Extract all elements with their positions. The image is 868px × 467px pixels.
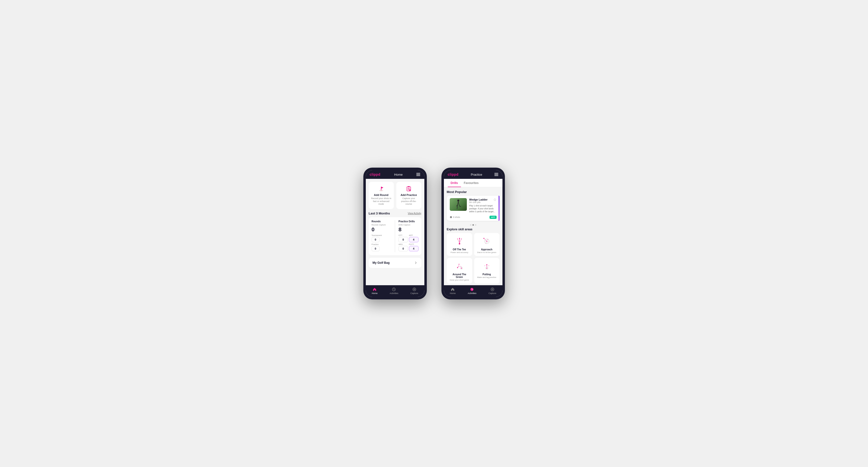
golfer-silhouette bbox=[455, 199, 462, 210]
drills-capture-label: Drills Capture bbox=[399, 224, 418, 226]
bottom-nav-practice: Home Activities Capture bbox=[444, 285, 502, 297]
app-box: 4 bbox=[409, 237, 418, 242]
svg-point-14 bbox=[450, 216, 452, 218]
arg-box: 0 bbox=[399, 246, 408, 251]
nav-capture2[interactable]: Capture bbox=[489, 287, 496, 294]
svg-line-18 bbox=[460, 239, 461, 243]
add-round-card[interactable]: Add Round Record your shots in fast or e… bbox=[369, 182, 394, 209]
stats-section-header: Last 3 Months View Activity bbox=[369, 212, 422, 215]
svg-point-20 bbox=[459, 238, 460, 239]
nav-activities-label: Activities bbox=[390, 292, 399, 294]
approach-desc: Dial-in to hit the green bbox=[477, 251, 496, 253]
skill-putting[interactable]: Putting Make and lag practice bbox=[474, 258, 499, 283]
drill-image bbox=[450, 198, 467, 211]
tab-drills[interactable]: Drills bbox=[448, 179, 461, 187]
ott-group: OTT 0 bbox=[399, 234, 408, 242]
drills-main-value: 8 bbox=[399, 226, 418, 233]
svg-point-37 bbox=[485, 265, 485, 266]
logo2: clippd bbox=[448, 173, 459, 177]
app-group: APP 4 bbox=[409, 234, 418, 242]
tournament-box: 0 bbox=[372, 237, 379, 242]
capture-icon2 bbox=[490, 287, 495, 291]
nav-capture2-label: Capture bbox=[489, 292, 496, 294]
practice-box: 0 bbox=[372, 246, 379, 251]
top-bar-practice: clippd Practice bbox=[444, 170, 502, 179]
stats-grid: Rounds Rounds Capture 0 Tournament 0 Pra… bbox=[372, 220, 418, 252]
putting-name: Putting bbox=[483, 273, 491, 276]
menu-button2[interactable] bbox=[494, 173, 498, 176]
dot-3 bbox=[475, 224, 476, 226]
putting-desc: Make and lag practice bbox=[477, 276, 496, 278]
view-activity-link[interactable]: View Activity bbox=[408, 212, 421, 215]
ott-value: 0 bbox=[401, 238, 406, 241]
nav-home2-label: Home bbox=[450, 292, 456, 294]
nav-activities2-label: Activities bbox=[468, 292, 476, 294]
putt-group: PUTT 4 bbox=[409, 243, 418, 251]
drill-info: Wedge Ladder 50–100 yds Play 1 shot at e… bbox=[469, 198, 497, 213]
drill-yardage: 50–100 yds bbox=[469, 201, 488, 204]
dot-2 bbox=[472, 224, 474, 226]
stats-card: Rounds Rounds Capture 0 Tournament 0 Pra… bbox=[369, 217, 422, 255]
add-practice-card[interactable]: Add Practice Capture your practice off-t… bbox=[396, 182, 422, 209]
off-tee-icon bbox=[454, 236, 465, 247]
drill-name: Wedge Ladder 50–100 yds bbox=[469, 198, 488, 205]
shots-count: 9 shots bbox=[453, 216, 460, 218]
svg-line-16 bbox=[458, 239, 460, 243]
nav-activities[interactable]: Activities bbox=[390, 287, 399, 294]
skill-off-tee[interactable]: Off The Tee Power and accuracy bbox=[447, 233, 472, 256]
action-cards-row: Add Round Record your shots in fast or e… bbox=[369, 182, 422, 209]
top-bar-home: clippd Home bbox=[366, 170, 424, 179]
nav-home2[interactable]: Home bbox=[450, 287, 456, 294]
svg-rect-1 bbox=[381, 187, 381, 190]
menu-button[interactable] bbox=[416, 173, 420, 176]
nav-activities2[interactable]: Activities bbox=[468, 287, 476, 294]
bottom-nav-home: Home Activities Capture bbox=[366, 285, 424, 297]
practice-value: 0 bbox=[374, 247, 377, 250]
add-round-title: Add Round bbox=[374, 193, 388, 196]
drills-title: Practice Drills bbox=[399, 220, 418, 223]
svg-point-27 bbox=[487, 239, 488, 240]
nav-home[interactable]: Home bbox=[372, 287, 377, 294]
rounds-title: Rounds bbox=[372, 220, 392, 223]
most-popular-title: Most Popular bbox=[447, 190, 499, 194]
svg-point-28 bbox=[485, 243, 486, 244]
phone-home: clippd Home Add Round Record your shots … bbox=[363, 167, 427, 300]
skill-atg[interactable]: Around The Green Hone your short game bbox=[447, 258, 472, 283]
svg-point-34 bbox=[486, 268, 487, 269]
svg-point-13 bbox=[457, 199, 459, 201]
add-practice-title: Add Practice bbox=[400, 193, 417, 196]
explore-title: Explore skill areas bbox=[447, 228, 499, 231]
drill-thumbnail bbox=[450, 198, 467, 211]
featured-drill-card[interactable]: Wedge Ladder 50–100 yds Play 1 shot at e… bbox=[447, 196, 499, 221]
app-label: APP bbox=[409, 234, 418, 237]
arg-value: 0 bbox=[401, 247, 406, 250]
drill-body: Wedge Ladder 50–100 yds Play 1 shot at e… bbox=[447, 196, 499, 214]
home-content: Add Round Record your shots in fast or e… bbox=[366, 179, 424, 285]
practice-label: Practice bbox=[372, 243, 392, 245]
putt-value: 4 bbox=[411, 247, 416, 250]
tab-favourites[interactable]: Favourites bbox=[461, 179, 482, 187]
home-icon2 bbox=[451, 287, 455, 291]
rounds-sub-row: 0 bbox=[372, 237, 392, 242]
skill-approach[interactable]: Approach Dial-in to hit the green bbox=[474, 233, 499, 256]
activities-icon bbox=[392, 287, 396, 291]
chevron-right-icon bbox=[414, 261, 417, 264]
practice-content: Most Popular bbox=[444, 187, 502, 285]
rounds-capture-label: Rounds Capture bbox=[372, 224, 392, 226]
svg-point-15 bbox=[459, 243, 460, 245]
drill-shots: 9 shots bbox=[450, 216, 460, 218]
nav-capture[interactable]: Capture bbox=[410, 287, 418, 294]
off-tee-name: Off The Tee bbox=[453, 248, 466, 251]
app-badge: APP bbox=[490, 216, 496, 219]
tournament-value: 0 bbox=[374, 238, 377, 241]
tournament-label: Tournament bbox=[372, 234, 392, 237]
atg-desc: Hone your short game bbox=[450, 279, 469, 281]
drills-row1: OTT 0 APP 4 bbox=[399, 234, 418, 242]
star-icon[interactable] bbox=[493, 198, 497, 201]
putt-label: PUTT bbox=[409, 243, 418, 245]
golf-bag-row[interactable]: My Golf Bag bbox=[369, 258, 422, 268]
stats-title: Last 3 Months bbox=[369, 212, 390, 215]
approach-name: Approach bbox=[481, 248, 492, 251]
practice-icon bbox=[405, 185, 412, 192]
drills-col: Practice Drills Drills Capture 8 OTT 0 bbox=[399, 220, 418, 252]
